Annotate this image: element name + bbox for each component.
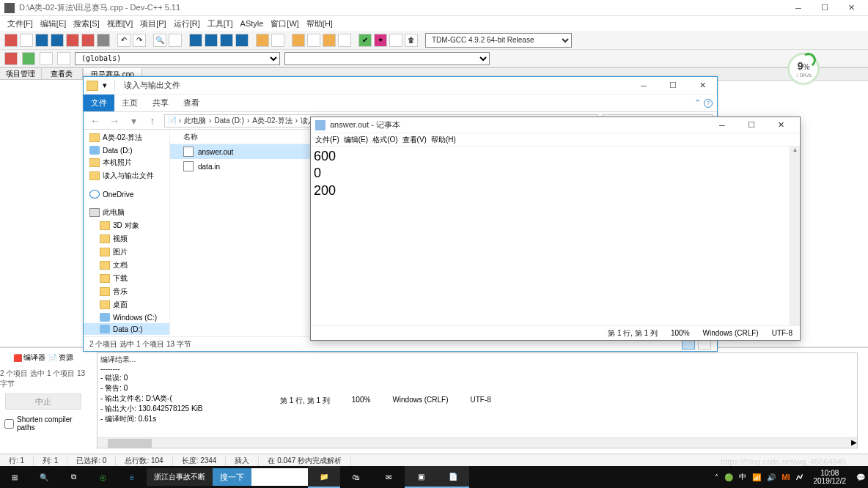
explorer-close-button[interactable]: ✕	[688, 78, 717, 94]
taskbar-clock[interactable]: 10:08 2019/12/2	[809, 469, 851, 485]
np-menu-help[interactable]: 帮助(H)	[431, 135, 456, 145]
nav-history-icon[interactable]: ▾	[126, 115, 141, 127]
minimize-button[interactable]: ─	[786, 1, 811, 15]
tray-ime-icon[interactable]: 中	[739, 472, 746, 482]
np-menu-view[interactable]: 查看(V)	[402, 135, 427, 145]
menu-tools[interactable]: 工具[T]	[205, 17, 236, 31]
tree-item[interactable]: 桌面	[84, 298, 169, 311]
tree-item[interactable]: 此电脑	[84, 206, 169, 219]
tree-item[interactable]: 3D 对象	[84, 219, 169, 232]
maximize-button[interactable]: ☐	[812, 1, 837, 15]
np-menu-file[interactable]: 文件(F)	[315, 135, 339, 145]
tree-item[interactable]: Data (D:)	[84, 323, 169, 335]
tree-item[interactable]: 音乐	[84, 285, 169, 298]
explorer-tree[interactable]: A类-02-算法Data (D:)本机照片读入与输出文件OneDrive此电脑3…	[84, 130, 170, 336]
tray-app-icon[interactable]: 🟢	[724, 473, 733, 481]
np-menu-format[interactable]: 格式(O)	[372, 135, 397, 145]
ribbon-file[interactable]: 文件	[84, 95, 114, 111]
taskbar-devcpp-icon[interactable]: ▣	[405, 466, 437, 488]
tree-item[interactable]: 图片	[84, 245, 169, 259]
grid4-icon[interactable]	[338, 34, 351, 47]
menu-run[interactable]: 运行[R]	[171, 17, 203, 31]
menu-astyle[interactable]: AStyle	[238, 18, 267, 29]
notepad-minimize-button[interactable]: ─	[707, 118, 737, 133]
menu-file[interactable]: 文件[F]	[4, 17, 36, 31]
tray-notifications-icon[interactable]: 💬	[856, 473, 865, 481]
save-all-icon[interactable]	[51, 34, 64, 47]
compile-run-icon[interactable]	[220, 34, 233, 47]
nav-back-icon[interactable]: ←	[88, 115, 103, 127]
tree-item[interactable]: 视频	[84, 232, 169, 245]
goto-icon[interactable]	[57, 52, 70, 65]
compile-icon[interactable]	[189, 34, 202, 47]
grid1-icon[interactable]	[292, 34, 305, 47]
notepad-vscroll[interactable]: ▲	[790, 147, 800, 325]
save-project-icon[interactable]	[66, 34, 79, 47]
ribbon-view[interactable]: 查看	[176, 95, 207, 111]
tab-compiler[interactable]: 🟥 编译器	[13, 352, 45, 363]
bookmark-icon[interactable]	[40, 52, 53, 65]
nav-fwd-icon[interactable]: →	[107, 115, 122, 127]
task-view-icon[interactable]: ⧉	[59, 466, 88, 488]
menu-search[interactable]: 搜索[S]	[70, 17, 102, 31]
notepad-close-button[interactable]: ✕	[766, 118, 795, 133]
stop-icon[interactable]	[271, 34, 284, 47]
taskbar-app-ie[interactable]: e	[117, 466, 147, 488]
tree-item[interactable]: 本机照片	[84, 156, 169, 169]
print-icon[interactable]	[97, 34, 110, 47]
function-combo[interactable]	[284, 52, 490, 65]
taskbar-mail-icon[interactable]: ✉	[372, 466, 405, 488]
taskbar-notepad-icon[interactable]: 📄	[437, 466, 469, 488]
tree-item[interactable]: Windows (C:)	[84, 311, 169, 323]
menu-view[interactable]: 视图[V]	[104, 17, 136, 31]
redo-icon[interactable]: ↷	[133, 34, 146, 47]
np-menu-edit[interactable]: 编辑(E)	[344, 135, 368, 145]
profile-icon[interactable]	[389, 34, 402, 47]
close-file-icon[interactable]	[81, 34, 95, 47]
taskbar-search-button[interactable]: 搜一下	[213, 468, 251, 486]
taskbar-search-field[interactable]: 搜一下	[213, 468, 308, 486]
new-class-icon[interactable]	[4, 52, 18, 65]
ribbon-share[interactable]: 共享	[145, 95, 176, 111]
abort-button[interactable]: 中止	[5, 393, 81, 410]
save-icon[interactable]	[35, 34, 48, 47]
tray-mi-icon[interactable]: MI	[781, 473, 790, 481]
grid3-icon[interactable]	[323, 34, 336, 47]
tray-network-icon[interactable]: 📶	[752, 473, 761, 481]
find-icon[interactable]: 🔍	[153, 34, 166, 47]
tab-class-view[interactable]: 查看类	[42, 68, 84, 79]
tree-item[interactable]: 文档	[84, 259, 169, 272]
tree-item[interactable]: OneDrive	[84, 188, 169, 200]
tab-resource[interactable]: 📄 资源	[48, 352, 73, 363]
debug-icon[interactable]	[256, 34, 269, 47]
close-button[interactable]: ✕	[839, 1, 864, 15]
tree-item[interactable]: 读入与输出文件	[84, 169, 169, 182]
ribbon-collapse-icon[interactable]: ⌃ ?	[690, 95, 717, 111]
taskbar-news[interactable]: 浙江台事故不断	[147, 468, 213, 486]
qat-chevron-icon[interactable]: ▾	[100, 81, 110, 90]
menu-edit[interactable]: 编辑[E]	[37, 17, 69, 31]
tray-chevron-icon[interactable]: ˄	[715, 473, 718, 481]
tab-project-manage[interactable]: 项目管理	[0, 68, 42, 79]
download-speed-badge[interactable]: 9% ↓ 0K/s	[787, 53, 820, 85]
shorten-paths-checkbox[interactable]: Shorten compiler paths	[0, 414, 87, 433]
check-icon[interactable]: ✔	[358, 34, 372, 47]
taskbar-app-360[interactable]: ◎	[88, 466, 117, 488]
taskbar-store-icon[interactable]: 🛍	[340, 466, 372, 488]
globals-combo[interactable]: (globals)	[75, 52, 280, 65]
tray-power-icon[interactable]: 🗲	[796, 473, 803, 481]
taskbar-explorer-icon[interactable]: 📁	[308, 466, 340, 488]
open-file-icon[interactable]	[20, 34, 33, 47]
folder-icon[interactable]	[87, 81, 98, 91]
replace-icon[interactable]	[169, 34, 182, 47]
compiler-selector[interactable]: TDM-GCC 4.9.2 64-bit Release	[425, 33, 572, 48]
menu-window[interactable]: 窗口[W]	[268, 17, 302, 31]
menu-project[interactable]: 项目[P]	[137, 17, 169, 31]
notepad-maximize-button[interactable]: ☐	[737, 118, 766, 133]
run-icon[interactable]	[205, 34, 218, 47]
rebuild-icon[interactable]	[235, 34, 249, 47]
explorer-maximize-button[interactable]: ☐	[658, 78, 688, 94]
search-icon[interactable]: 🔍	[29, 466, 59, 488]
tray-volume-icon[interactable]: 🔊	[767, 473, 776, 481]
explorer-minimize-button[interactable]: ─	[629, 78, 658, 94]
